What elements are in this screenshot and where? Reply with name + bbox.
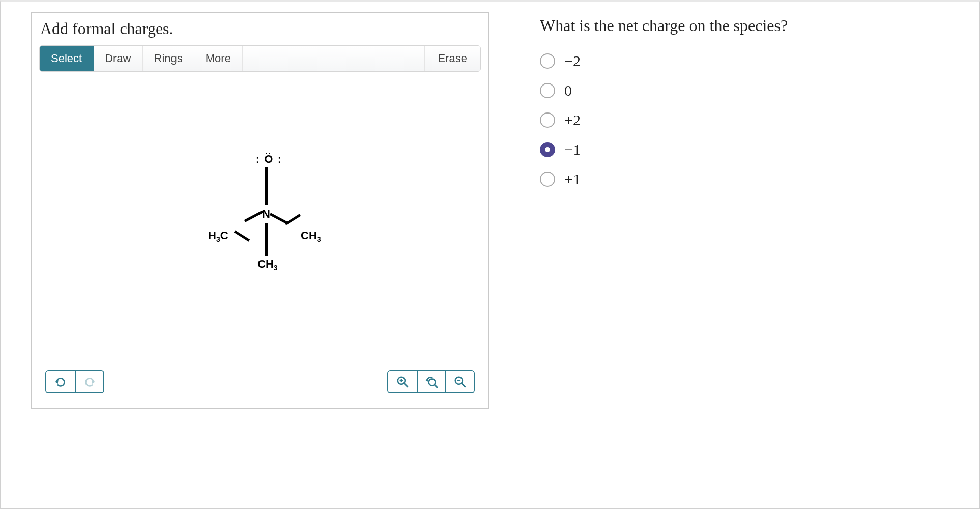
zoom-out-icon bbox=[453, 375, 467, 388]
toolbar-more[interactable]: More bbox=[194, 46, 243, 71]
radio-label: +1 bbox=[564, 171, 581, 188]
instruction-text: Add formal charges. bbox=[32, 13, 488, 42]
page-frame: Add formal charges. Select Draw Rings Mo… bbox=[0, 0, 980, 509]
editor-toolbar: Select Draw Rings More Erase bbox=[39, 45, 481, 72]
question-panel: What is the net charge on the species? −… bbox=[540, 12, 788, 409]
svg-line-7 bbox=[462, 383, 465, 387]
structure-editor: Add formal charges. Select Draw Rings Mo… bbox=[31, 12, 489, 409]
radio-option-0[interactable]: −2 bbox=[540, 52, 788, 70]
bond-n-right-b[interactable] bbox=[285, 214, 301, 225]
redo-icon bbox=[83, 375, 96, 388]
radio-list: −2 0 +2 −1 +1 bbox=[540, 52, 788, 188]
content-row: Add formal charges. Select Draw Rings Mo… bbox=[31, 12, 949, 409]
radio-option-3[interactable]: −1 bbox=[540, 141, 788, 158]
radio-label: −1 bbox=[564, 141, 581, 158]
bond-n-left-b[interactable] bbox=[234, 230, 250, 241]
radio-label: 0 bbox=[564, 82, 572, 99]
radio-circle-icon bbox=[540, 83, 555, 98]
radio-circle-icon bbox=[540, 112, 555, 128]
toolbar-draw[interactable]: Draw bbox=[94, 46, 142, 71]
toolbar-erase[interactable]: Erase bbox=[424, 46, 480, 71]
zoom-in-icon bbox=[396, 375, 409, 388]
svg-line-1 bbox=[404, 383, 408, 387]
history-group bbox=[45, 370, 104, 393]
undo-icon bbox=[54, 375, 67, 388]
redo-button[interactable] bbox=[75, 371, 103, 392]
question-text: What is the net charge on the species? bbox=[540, 16, 788, 35]
molecule: : ..O : N H3C CH3 CH3 bbox=[184, 149, 336, 291]
radio-option-4[interactable]: +1 bbox=[540, 171, 788, 188]
zoom-out-button[interactable] bbox=[445, 371, 474, 392]
svg-line-5 bbox=[435, 385, 437, 387]
radio-option-2[interactable]: +2 bbox=[540, 111, 788, 129]
radio-circle-icon bbox=[540, 172, 555, 187]
bond-o-n[interactable] bbox=[265, 167, 268, 205]
toolbar-spacer bbox=[243, 46, 424, 71]
radio-label: −2 bbox=[564, 52, 581, 70]
radio-circle-selected-icon bbox=[540, 142, 555, 157]
drawing-canvas[interactable]: : ..O : N H3C CH3 CH3 bbox=[32, 75, 488, 365]
zoom-in-button[interactable] bbox=[388, 371, 417, 392]
toolbar-rings[interactable]: Rings bbox=[143, 46, 194, 71]
atom-h3c-left[interactable]: H3C bbox=[208, 229, 228, 243]
undo-button[interactable] bbox=[46, 371, 75, 392]
zoom-group bbox=[387, 370, 475, 393]
toolbar-select[interactable]: Select bbox=[40, 46, 94, 71]
atom-ch3-bottom[interactable]: CH3 bbox=[257, 258, 278, 272]
radio-label: +2 bbox=[564, 111, 581, 129]
bond-n-left-a[interactable] bbox=[244, 211, 264, 222]
radio-circle-icon bbox=[540, 53, 555, 69]
radio-option-1[interactable]: 0 bbox=[540, 82, 788, 99]
atom-ch3-right[interactable]: CH3 bbox=[301, 229, 321, 243]
zoom-reset-button[interactable] bbox=[417, 371, 445, 392]
atom-nitrogen[interactable]: N bbox=[262, 208, 270, 221]
zoom-reset-icon bbox=[425, 375, 438, 388]
canvas-bottom-toolbar bbox=[32, 365, 488, 408]
atom-oxygen[interactable]: : ..O : bbox=[256, 153, 282, 166]
bond-n-bottom[interactable] bbox=[265, 223, 268, 256]
